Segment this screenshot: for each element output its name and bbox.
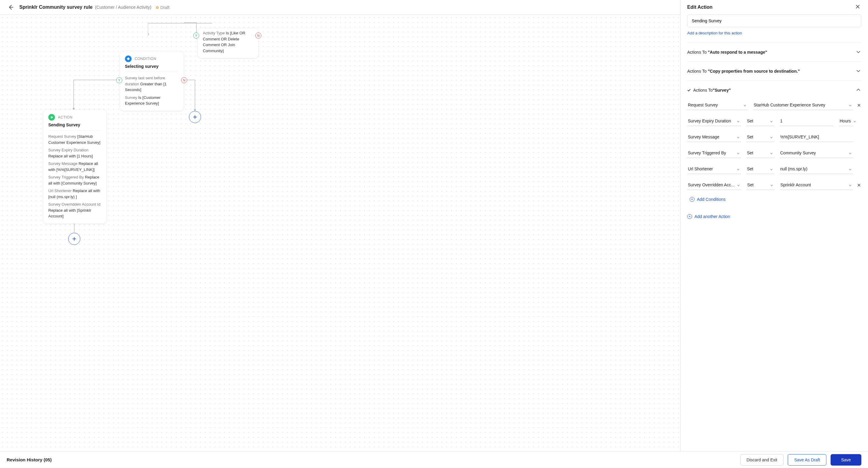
page-title: Sprinklr Community survey rule (Customer… [19, 4, 169, 10]
back-arrow-icon[interactable] [7, 4, 14, 11]
close-icon[interactable] [855, 4, 861, 10]
edit-action-panel: Edit Action Add a description for this a… [680, 0, 868, 15]
status-badge: Draft [160, 5, 169, 10]
status-dot-icon [156, 6, 158, 9]
action-name-input[interactable] [687, 14, 861, 15]
page-title-text: Sprinklr Community survey rule [19, 4, 93, 10]
panel-title: Edit Action [687, 4, 713, 10]
page-subtitle-text: (Customer / Audience Activity) [95, 5, 152, 10]
